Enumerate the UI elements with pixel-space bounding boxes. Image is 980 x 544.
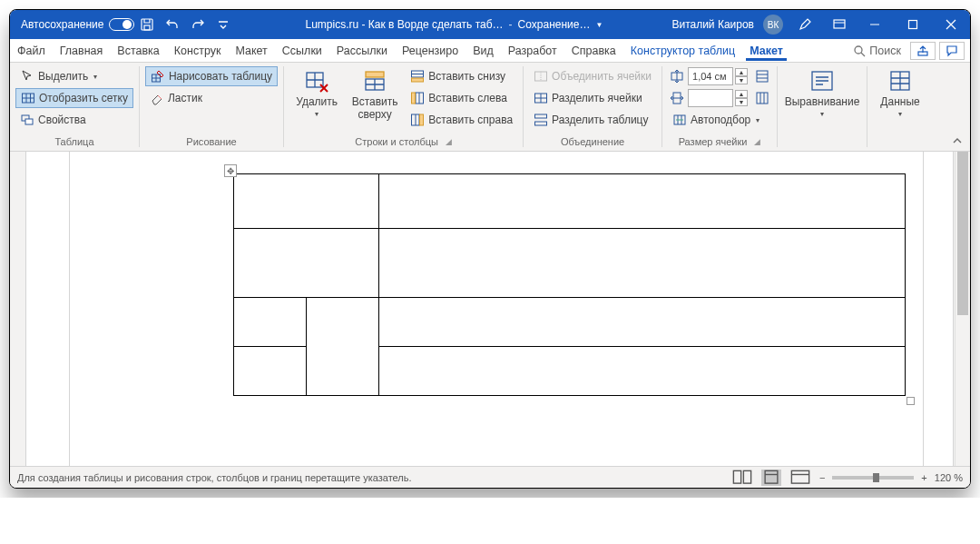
merge-icon bbox=[534, 69, 548, 84]
autosave-control[interactable]: Автосохранение bbox=[21, 18, 134, 31]
save-status-dropdown[interactable]: ▼ bbox=[595, 21, 603, 29]
svg-rect-17 bbox=[25, 119, 33, 124]
table-move-handle-icon[interactable]: ✥ bbox=[224, 164, 237, 177]
svg-rect-44 bbox=[535, 114, 547, 118]
cursor-icon bbox=[20, 69, 34, 84]
insert-right-button[interactable]: Вставить справа bbox=[406, 110, 517, 130]
avatar[interactable]: ВК bbox=[763, 15, 783, 35]
insert-right-icon bbox=[410, 113, 425, 127]
vertical-scrollbar[interactable] bbox=[954, 152, 970, 466]
maximize-button[interactable] bbox=[894, 10, 932, 39]
split-table-icon bbox=[534, 113, 548, 127]
col-width-field[interactable]: ▲▼ bbox=[668, 88, 771, 108]
tab-insert[interactable]: Вставка bbox=[110, 39, 166, 62]
table[interactable] bbox=[233, 173, 906, 396]
draw-table-button[interactable]: Нарисовать таблицу bbox=[145, 66, 278, 86]
tab-developer[interactable]: Разработ bbox=[501, 39, 564, 62]
col-distribute-icon[interactable] bbox=[755, 91, 769, 105]
grid-icon bbox=[21, 91, 35, 105]
row-height-icon bbox=[670, 69, 684, 84]
page: ✥ bbox=[70, 152, 923, 466]
autosave-label: Автосохранение bbox=[21, 18, 103, 31]
autofit-button[interactable]: Автоподбор ▾ bbox=[668, 110, 771, 130]
col-width-icon bbox=[670, 91, 684, 105]
table-row[interactable] bbox=[234, 229, 906, 298]
svg-rect-67 bbox=[765, 471, 778, 484]
search-box[interactable]: Поиск bbox=[848, 45, 906, 57]
status-hint: Для создания таблицы и рисования строк, … bbox=[17, 472, 412, 483]
split-table-button[interactable]: Разделить таблицу bbox=[529, 110, 656, 130]
insert-above-button[interactable]: Вставить сверху bbox=[348, 66, 402, 133]
zoom-out-button[interactable]: − bbox=[819, 472, 825, 483]
table-row[interactable] bbox=[234, 298, 906, 347]
tab-references[interactable]: Ссылки bbox=[275, 39, 329, 62]
tab-view[interactable]: Вид bbox=[466, 39, 501, 62]
search-label: Поиск bbox=[869, 45, 901, 57]
comments-button[interactable] bbox=[939, 42, 965, 60]
web-layout-button[interactable] bbox=[790, 470, 810, 486]
insert-below-button[interactable]: Вставить снизу bbox=[406, 66, 517, 86]
properties-button[interactable]: Свойства bbox=[15, 110, 133, 130]
group-data: Данные ▾ bbox=[867, 63, 933, 151]
undo-button[interactable] bbox=[163, 15, 181, 34]
tab-help[interactable]: Справка bbox=[564, 39, 623, 62]
read-mode-button[interactable] bbox=[732, 470, 752, 486]
pen-settings-icon[interactable] bbox=[796, 15, 814, 34]
zoom-control[interactable]: − + 120 % bbox=[819, 472, 963, 483]
group-rows-cols-label: Строки и столбцы◢ bbox=[289, 133, 517, 151]
collapse-ribbon-button[interactable] bbox=[945, 63, 970, 151]
save-button[interactable] bbox=[138, 15, 156, 34]
document-title: Lumpics.ru - Как в Ворде сделать таб… bbox=[306, 18, 504, 31]
tab-table-layout[interactable]: Макет bbox=[742, 39, 790, 62]
page-pane[interactable]: ✥ bbox=[26, 152, 954, 466]
table-resize-handle-icon[interactable] bbox=[906, 397, 915, 405]
zoom-slider[interactable] bbox=[832, 476, 914, 480]
autosave-toggle[interactable] bbox=[109, 18, 134, 31]
tab-file[interactable]: Файл bbox=[10, 39, 53, 62]
eraser-icon bbox=[150, 91, 164, 105]
data-button[interactable]: Данные ▾ bbox=[873, 66, 927, 120]
table-row[interactable] bbox=[234, 174, 906, 229]
eraser-button[interactable]: Ластик bbox=[145, 88, 278, 108]
ribbon-display-icon[interactable] bbox=[830, 15, 848, 34]
svg-rect-11 bbox=[918, 52, 927, 55]
close-button[interactable] bbox=[932, 10, 970, 39]
delete-button[interactable]: Удалить ▾ bbox=[289, 66, 344, 133]
tab-design[interactable]: Конструк bbox=[167, 39, 229, 62]
scroll-thumb[interactable] bbox=[957, 152, 968, 315]
svg-rect-32 bbox=[412, 78, 424, 82]
insert-above-icon bbox=[362, 68, 387, 94]
svg-rect-29 bbox=[366, 72, 384, 77]
zoom-in-button[interactable]: + bbox=[921, 472, 926, 483]
insert-left-button[interactable]: Вставить слева bbox=[406, 88, 517, 108]
group-draw-label: Рисование bbox=[145, 133, 278, 151]
share-button[interactable] bbox=[910, 42, 936, 60]
group-table: Выделить ▾ Отобразить сетку Свойства Таб… bbox=[10, 63, 139, 151]
tab-review[interactable]: Рецензиро bbox=[395, 39, 466, 62]
tab-home[interactable]: Главная bbox=[53, 39, 111, 62]
redo-button[interactable] bbox=[189, 15, 207, 34]
ribbon: Выделить ▾ Отобразить сетку Свойства Таб… bbox=[10, 63, 970, 152]
alignment-button[interactable]: Выравнивание ▾ bbox=[783, 66, 861, 120]
zoom-value[interactable]: 120 % bbox=[935, 472, 963, 483]
view-gridlines-button[interactable]: Отобразить сетку bbox=[15, 88, 133, 108]
dialog-launcher-icon[interactable]: ◢ bbox=[446, 137, 452, 146]
row-distribute-icon[interactable] bbox=[755, 69, 769, 84]
print-layout-button[interactable] bbox=[761, 470, 781, 486]
qat-customize[interactable] bbox=[214, 15, 232, 34]
titlebar: Автосохранение Lumpics.ru - Как в Ворде … bbox=[10, 10, 970, 39]
row-height-field[interactable]: 1,04 см ▲▼ bbox=[668, 66, 771, 86]
svg-rect-38 bbox=[420, 114, 424, 125]
svg-rect-6 bbox=[909, 21, 917, 29]
svg-rect-65 bbox=[733, 471, 740, 484]
minimize-button[interactable] bbox=[856, 10, 894, 39]
split-cells-button[interactable]: Разделить ячейки bbox=[529, 88, 656, 108]
dialog-launcher-icon[interactable]: ◢ bbox=[754, 137, 760, 146]
insert-below-icon bbox=[410, 69, 425, 84]
select-button[interactable]: Выделить ▾ bbox=[15, 66, 133, 86]
tab-layout[interactable]: Макет bbox=[228, 39, 274, 62]
document-table[interactable]: ✥ bbox=[233, 173, 906, 396]
tab-mailings[interactable]: Рассылки bbox=[329, 39, 395, 62]
svg-rect-51 bbox=[757, 93, 768, 104]
tab-table-design[interactable]: Конструктор таблиц bbox=[623, 39, 742, 62]
